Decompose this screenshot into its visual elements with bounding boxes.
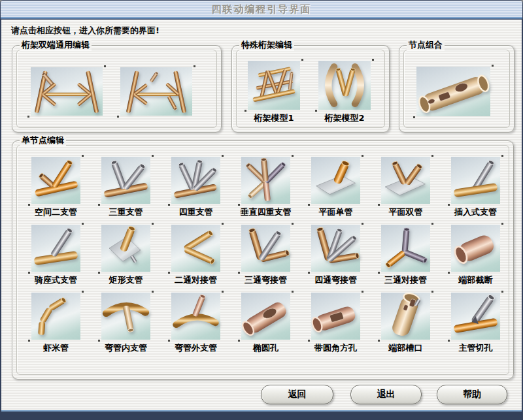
tile-label: 主管切孔 — [459, 342, 493, 354]
tile-label: 骑座式支管 — [35, 274, 77, 286]
group-truss-general: 桁架双端通用编辑 — [12, 45, 222, 133]
tile-two-way-butt[interactable]: 二通对接管 — [161, 225, 231, 293]
three-way-elbow-icon — [241, 225, 290, 272]
rounded-square-hole-icon — [311, 293, 360, 340]
tile-label: 椭圆孔 — [253, 342, 278, 354]
tile-plane-double-pipe[interactable]: 平面双管 — [371, 157, 441, 225]
window: 四联动编程引导界面 请点击相应按钮，进入你所需要的界面! 桁架双端通用编辑 特殊… — [0, 0, 523, 420]
tile-rounded-square-hole[interactable]: 带圆角方孔 — [301, 293, 371, 361]
tile-combined-node[interactable] — [416, 67, 490, 116]
tile-truss-arrow-2[interactable] — [120, 67, 192, 116]
group-title: 节点组合 — [407, 40, 445, 50]
tile-truss-arrow-1[interactable] — [31, 67, 103, 116]
quad-branch-icon — [171, 157, 220, 204]
group-truss-general-body — [12, 46, 221, 132]
group-truss-special-body: 桁架模型1桁架模型2 — [232, 46, 389, 132]
exit-button[interactable]: 退出 — [350, 385, 422, 404]
tile-bend-outer-branch[interactable]: 弯管外支管 — [161, 293, 231, 361]
vertical-quad-branch-icon — [241, 157, 290, 204]
tile-label: 插入式支管 — [454, 206, 497, 218]
tile-label: 三通对接管 — [384, 274, 427, 286]
end-slot-icon — [381, 293, 430, 340]
tile-label: 桁架模型2 — [318, 112, 371, 124]
tile-ellipse-hole[interactable]: 椭圆孔 — [231, 293, 301, 361]
tile-truss-model-2[interactable]: 桁架模型2 — [318, 61, 371, 124]
group-title: 桁架双端通用编辑 — [20, 40, 92, 50]
space-two-branch-icon — [31, 157, 80, 204]
tile-four-way-elbow[interactable]: 四通弯接管 — [301, 225, 371, 293]
tile-truss-model-1[interactable]: 桁架模型1 — [248, 61, 300, 124]
plane-single-pipe-icon — [311, 157, 360, 204]
rect-branch-icon — [101, 225, 150, 272]
tile-label: 矩形支管 — [109, 274, 143, 286]
bend-outer-branch-icon — [171, 293, 220, 340]
tile-three-way-butt[interactable]: 三通对接管 — [371, 225, 441, 293]
group-truss-special: 特殊桁架编辑 桁架模型1桁架模型2 — [231, 45, 390, 133]
tile-main-pipe-cut-hole[interactable]: 主管切孔 — [441, 293, 511, 361]
tile-quad-branch[interactable]: 四重支管 — [161, 157, 231, 225]
tile-vertical-quad-branch[interactable]: 垂直四重支管 — [231, 157, 301, 225]
tile-label: 三重支管 — [109, 206, 143, 218]
tile-plane-single-pipe[interactable]: 平面单管 — [301, 157, 371, 225]
truss-model-1-icon — [248, 61, 300, 110]
tile-label: 二通对接管 — [175, 274, 217, 286]
combined-node-icon — [416, 67, 490, 116]
tile-label: 弯管内支管 — [105, 342, 147, 354]
tile-bend-inner-branch[interactable]: 弯管内支管 — [91, 293, 161, 361]
help-button[interactable]: 帮助 — [437, 385, 507, 404]
ellipse-hole-icon — [241, 293, 290, 340]
single-node-grid: 空间二支管三重支管四重支管垂直四重支管平面单管平面双管插入式支管骑座式支管矩形支… — [21, 157, 511, 361]
tile-label: 端部截断 — [459, 274, 493, 286]
tile-insert-branch[interactable]: 插入式支管 — [441, 157, 511, 225]
tile-triple-branch[interactable]: 三重支管 — [91, 157, 161, 225]
client-area: 请点击相应按钮，进入你所需要的界面! 桁架双端通用编辑 特殊桁架编辑 桁架模型1… — [1, 20, 522, 412]
shrimp-pipe-icon — [31, 293, 80, 340]
tile-label: 桁架模型1 — [248, 112, 300, 124]
triple-branch-icon — [101, 157, 150, 204]
titlebar: 四联动编程引导界面 — [1, 1, 522, 19]
tile-label: 平面单管 — [319, 206, 353, 218]
tile-label: 垂直四重支管 — [241, 206, 292, 218]
four-way-elbow-icon — [311, 225, 360, 272]
bend-inner-branch-icon — [101, 293, 150, 340]
tile-saddle-branch[interactable]: 骑座式支管 — [21, 225, 91, 293]
tile-label: 弯管外支管 — [175, 342, 217, 354]
tile-shrimp-pipe[interactable]: 虾米管 — [21, 293, 91, 361]
window-title: 四联动编程引导界面 — [1, 1, 522, 18]
tile-label: 三通弯接管 — [245, 274, 287, 286]
back-button[interactable]: 返回 — [261, 385, 333, 404]
tile-space-two-branch[interactable]: 空间二支管 — [21, 157, 91, 225]
main-pipe-cut-hole-icon — [451, 293, 500, 340]
tile-label: 带圆角方孔 — [314, 342, 357, 354]
tile-label: 四重支管 — [179, 206, 213, 218]
insert-branch-icon — [451, 157, 500, 204]
truss-arrow-1-icon — [31, 67, 103, 116]
group-single-node: 单节点编辑 空间二支管三重支管四重支管垂直四重支管平面单管平面双管插入式支管骑座… — [12, 140, 514, 380]
plane-double-pipe-icon — [381, 157, 430, 204]
truss-arrow-2-icon — [120, 67, 192, 116]
tile-label: 端部槽口 — [389, 342, 423, 354]
tile-rect-branch[interactable]: 矩形支管 — [91, 225, 161, 293]
end-cutoff-icon — [451, 225, 500, 272]
tile-label: 四通弯接管 — [314, 274, 357, 286]
group-node-combo: 节点组合 — [399, 45, 515, 133]
tile-label: 空间二支管 — [35, 206, 77, 218]
two-way-butt-icon — [171, 225, 220, 272]
three-way-butt-icon — [381, 225, 430, 272]
group-node-combo-body — [399, 46, 514, 132]
instruction-text: 请点击相应按钮，进入你所需要的界面! — [11, 25, 160, 37]
tile-three-way-elbow[interactable]: 三通弯接管 — [231, 225, 301, 293]
group-title: 单节点编辑 — [20, 135, 66, 146]
group-title: 特殊桁架编辑 — [239, 40, 294, 50]
tile-end-slot[interactable]: 端部槽口 — [371, 293, 441, 361]
truss-model-2-icon — [318, 61, 371, 110]
tile-label: 虾米管 — [43, 342, 69, 354]
tile-end-cutoff[interactable]: 端部截断 — [441, 225, 511, 293]
tile-label: 平面双管 — [389, 206, 423, 218]
saddle-branch-icon — [31, 225, 80, 272]
